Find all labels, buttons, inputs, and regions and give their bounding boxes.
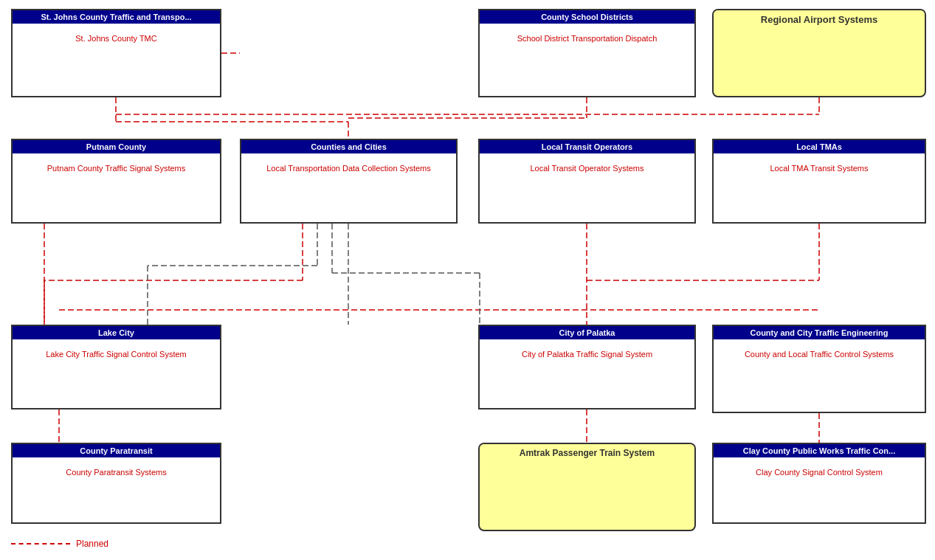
county-school-header: County School Districts	[480, 10, 694, 24]
st-johns-node: St. Johns County Traffic and Transpo... …	[11, 9, 221, 97]
lake-city-node: Lake City Lake City Traffic Signal Contr…	[11, 325, 221, 409]
county-school-node: County School Districts School District …	[478, 9, 696, 97]
city-palatka-body: City of Palatka Traffic Signal System	[480, 339, 694, 369]
putnam-header: Putnam County	[13, 140, 220, 153]
counties-cities-body: Local Transportation Data Collection Sys…	[241, 153, 456, 183]
county-city-traffic-node: County and City Traffic Engineering Coun…	[712, 325, 926, 413]
amtrak-body	[480, 462, 694, 521]
county-paratransit-body: County Paratransit Systems	[13, 457, 220, 487]
city-palatka-header: City of Palatka	[480, 326, 694, 339]
city-palatka-node: City of Palatka City of Palatka Traffic …	[478, 325, 696, 409]
local-transit-body: Local Transit Operator Systems	[480, 153, 694, 183]
local-transit-node: Local Transit Operators Local Transit Op…	[478, 139, 696, 224]
local-tmas-body: Local TMA Transit Systems	[714, 153, 925, 183]
st-johns-body: St. Johns County TMC	[13, 24, 220, 53]
county-school-body: School District Transportation Dispatch	[480, 24, 694, 53]
county-city-traffic-body: County and Local Traffic Control Systems	[714, 339, 925, 369]
clay-county-header: Clay County Public Works Traffic Con...	[714, 444, 925, 457]
local-transit-header: Local Transit Operators	[480, 140, 694, 153]
lake-city-header: Lake City	[13, 326, 220, 339]
regional-airport-body	[714, 29, 925, 58]
legend-planned-label: Planned	[76, 539, 108, 549]
clay-county-node: Clay County Public Works Traffic Con... …	[712, 443, 926, 524]
clay-county-body: Clay County Signal Control System	[714, 457, 925, 487]
local-tmas-header: Local TMAs	[714, 140, 925, 153]
amtrak-node: Amtrak Passenger Train System	[478, 443, 696, 531]
diagram-container: St. Johns County Traffic and Transpo... …	[0, 0, 935, 560]
legend-planned-line	[11, 543, 70, 545]
putnam-body: Putnam County Traffic Signal Systems	[13, 153, 220, 183]
st-johns-header: St. Johns County Traffic and Transpo...	[13, 10, 220, 24]
legend: Planned	[11, 539, 108, 549]
putnam-node: Putnam County Putnam County Traffic Sign…	[11, 139, 221, 224]
counties-cities-node: Counties and Cities Local Transportation…	[240, 139, 458, 224]
regional-airport-node: Regional Airport Systems	[712, 9, 926, 97]
local-tmas-node: Local TMAs Local TMA Transit Systems	[712, 139, 926, 224]
county-paratransit-node: County Paratransit County Paratransit Sy…	[11, 443, 221, 524]
county-city-traffic-header: County and City Traffic Engineering	[714, 326, 925, 339]
amtrak-header: Amtrak Passenger Train System	[480, 444, 694, 462]
lake-city-body: Lake City Traffic Signal Control System	[13, 339, 220, 369]
counties-cities-header: Counties and Cities	[241, 140, 456, 153]
regional-airport-header: Regional Airport Systems	[714, 10, 925, 29]
county-paratransit-header: County Paratransit	[13, 444, 220, 457]
